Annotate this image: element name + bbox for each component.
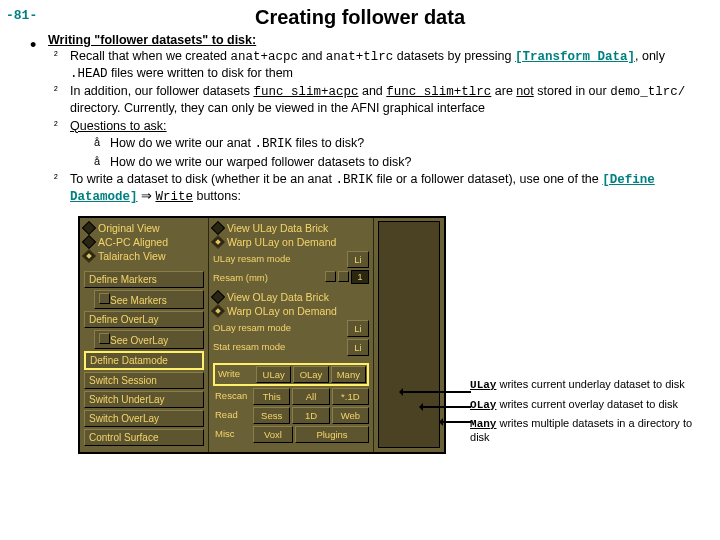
label: Stat resam mode [213,339,345,356]
label: Rescan [213,388,251,405]
text: datasets by pressing [393,49,515,63]
label: View OLay Data Brick [227,291,329,303]
page-number: -81- [6,8,37,23]
panel-col-right [373,218,444,452]
text: writes multiple datasets in a directory … [470,417,692,443]
label: Misc [213,426,251,443]
read-sess-button[interactable]: Sess [253,407,290,424]
annotation-many: Many writes multiple datasets in a direc… [470,417,702,443]
resam-mm-row: Resam (mm) 1 [213,270,369,284]
code: func_slim+acpc [253,85,358,99]
diamond-icon [82,221,96,235]
text: are [491,84,516,98]
read-row: Read Sess 1D Web [213,407,369,424]
radio-acpc-aligned[interactable]: AC-PC Aligned [84,235,204,249]
value: 1 [351,270,369,284]
code: func_slim+tlrc [386,85,491,99]
code: demo_tlrc/ [610,85,685,99]
arrow-icon [401,391,471,393]
switch-overlay-button[interactable]: Switch OverLay [84,410,204,427]
arrow-layer [446,216,470,454]
control-surface-button[interactable]: Control Surface [84,429,204,446]
list-item: How do we write our anat .BRIK files to … [110,136,702,153]
bullet-dot: • [30,35,36,56]
see-overlay-toggle[interactable]: See OverLay [94,330,204,349]
diamond-icon [82,235,96,249]
panel-col-left: Original View AC-PC Aligned Talairach Vi… [80,218,208,452]
stat-resam-row: Stat resam mode Li [213,339,369,356]
checkbox-icon [99,333,110,344]
list-item: Questions to ask: How do we write our an… [70,119,702,171]
rescan-1d-button[interactable]: *.1D [332,388,369,405]
label: Resam (mm) [213,270,323,284]
question-list: How do we write our anat .BRIK files to … [70,136,702,170]
list-item: Recall that when we created anat+acpc an… [70,49,702,82]
code: .BRIK [255,137,293,151]
code: .BRIK [335,173,373,187]
radio-warp-ulay[interactable]: Warp ULay on Demand [213,235,369,249]
read-1d-button[interactable]: 1D [292,407,329,424]
text: To write a dataset to disk (whether it b… [70,172,335,186]
label: Talairach View [98,250,166,262]
label: ULay resam mode [213,251,345,268]
text: In addition, our follower datasets [70,84,253,98]
olay-resam-row: OLay resam mode Li [213,320,369,337]
write-ulay-button[interactable]: ULay [256,366,291,383]
rescan-this-button[interactable]: This [253,388,290,405]
text: , only [635,49,665,63]
write-olay-button[interactable]: OLay [293,366,328,383]
stat-resam-select[interactable]: Li [347,339,369,356]
diamond-icon [82,249,96,263]
arrow-icon [441,421,471,423]
text: Questions to ask: [70,119,167,133]
radio-original-view[interactable]: Original View [84,221,204,235]
bullet-list: Recall that when we created anat+acpc an… [48,49,702,206]
label: Original View [98,222,160,234]
code: Write [155,190,193,204]
write-row: Write ULay OLay Many [213,363,369,386]
misc-voxl-button[interactable]: Voxl [253,426,293,443]
code: Many [470,418,496,430]
code: OLay [470,399,496,411]
scrollbar[interactable] [378,221,440,448]
list-item: How do we write our warped follower data… [110,155,702,171]
read-web-button[interactable]: Web [332,407,369,424]
code: anat+acpc [231,50,299,64]
see-markers-toggle[interactable]: See Markers [94,290,204,309]
text: writes current overlay dataset to disk [496,398,678,410]
radio-view-olay-brick[interactable]: View OLay Data Brick [213,290,369,304]
switch-underlay-button[interactable]: Switch UnderLay [84,391,204,408]
text: files to disk? [292,136,364,150]
switch-session-button[interactable]: Switch Session [84,372,204,389]
ulay-resam-select[interactable]: Li [347,251,369,268]
text: Recall that when we created [70,49,231,63]
text: directory. Currently, they can only be v… [70,101,485,115]
label: Warp ULay on Demand [227,236,336,248]
radio-talairach-view[interactable]: Talairach View [84,249,204,263]
radio-warp-olay[interactable]: Warp OLay on Demand [213,304,369,318]
misc-row: Misc Voxl Plugins [213,426,369,443]
resam-stepper[interactable]: 1 [325,270,369,284]
define-markers-button[interactable]: Define Markers [84,271,204,288]
radio-view-ulay-brick[interactable]: View ULay Data Brick [213,221,369,235]
define-datamode-button[interactable]: Define Datamode [84,351,204,370]
ulay-resam-row: ULay resam mode Li [213,251,369,268]
define-overlay-button[interactable]: Define OverLay [84,311,204,328]
step-down-icon [325,271,336,282]
diamond-icon [211,304,225,318]
step-up-icon [338,271,349,282]
panel-col-mid: View ULay Data Brick Warp ULay on Demand… [208,218,373,452]
text: stored in our [534,84,610,98]
rescan-all-button[interactable]: All [292,388,329,405]
label: AC-PC Aligned [98,236,168,248]
code: anat+tlrc [326,50,394,64]
figure-area: Original View AC-PC Aligned Talairach Vi… [78,216,702,454]
annotation-olay: OLay writes current overlay dataset to d… [470,398,702,412]
olay-resam-select[interactable]: Li [347,320,369,337]
arrow-glyph: ⇒ [138,189,156,203]
section-heading: Writing "follower datasets" to disk: [48,33,256,47]
label: Write [216,366,254,383]
write-many-button[interactable]: Many [331,366,366,383]
misc-plugins-button[interactable]: Plugins [295,426,369,443]
text: files were written to disk for them [108,66,293,80]
